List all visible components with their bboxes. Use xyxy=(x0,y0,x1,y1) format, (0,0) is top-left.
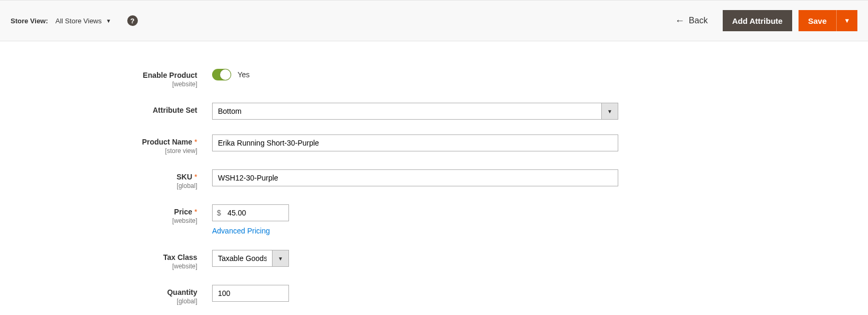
row-sku: SKU* [global] xyxy=(0,169,868,190)
caret-down-icon: ▼ xyxy=(607,109,612,114)
caret-down-icon: ▼ xyxy=(844,17,851,24)
row-quantity: Quantity [global] xyxy=(0,285,868,305)
label-col: Enable Product [website] xyxy=(0,68,212,88)
tax-class-label: Tax Class xyxy=(0,253,197,262)
price-input-wrap: $ xyxy=(212,204,289,221)
field-col xyxy=(212,169,618,186)
label-col: Quantity [global] xyxy=(0,285,212,305)
field-col xyxy=(212,285,618,302)
field-col xyxy=(212,134,618,151)
save-options-toggle[interactable]: ▼ xyxy=(836,10,857,31)
sku-scope: [global] xyxy=(0,182,197,190)
attribute-set-label: Attribute Set xyxy=(0,106,197,114)
required-icon: * xyxy=(195,173,197,181)
price-scope: [website] xyxy=(0,217,197,224)
field-col: ▼ xyxy=(212,250,618,267)
tax-class-value[interactable] xyxy=(212,250,272,267)
attribute-set-dropdown-toggle[interactable]: ▼ xyxy=(601,103,618,120)
help-icon[interactable]: ? xyxy=(127,15,138,26)
row-tax-class: Tax Class [website] ▼ xyxy=(0,250,868,270)
field-col: $ Advanced Pricing xyxy=(212,204,618,235)
product-form: Enable Product [website] Yes Attribute S… xyxy=(0,41,868,315)
label-col: SKU* [global] xyxy=(0,169,212,190)
tax-class-scope: [website] xyxy=(0,263,197,270)
product-name-label: Product Name* xyxy=(0,138,197,146)
tax-class-dropdown-toggle[interactable]: ▼ xyxy=(272,250,289,267)
label-col: Price* [website] xyxy=(0,204,212,224)
back-label: Back xyxy=(689,16,708,25)
add-attribute-button[interactable]: Add Attribute xyxy=(723,10,792,31)
required-icon: * xyxy=(195,208,197,216)
store-view-switcher[interactable]: All Store Views ▼ xyxy=(56,17,111,25)
caret-down-icon: ▼ xyxy=(106,18,111,24)
enable-product-value: Yes xyxy=(238,70,250,79)
label-col: Attribute Set xyxy=(0,103,212,114)
attribute-set-input[interactable] xyxy=(212,103,601,120)
sku-label-text: SKU xyxy=(177,173,192,181)
sku-label: SKU* xyxy=(0,173,197,181)
row-price: Price* [website] $ Advanced Pricing xyxy=(0,204,868,235)
attribute-set-combo: ▼ xyxy=(212,103,618,120)
price-label: Price* xyxy=(0,208,197,216)
quantity-input[interactable] xyxy=(212,285,289,302)
product-name-label-text: Product Name xyxy=(142,138,192,146)
toggle-knob xyxy=(220,69,231,80)
required-icon: * xyxy=(195,138,197,146)
enable-product-scope: [website] xyxy=(0,80,197,88)
back-button[interactable]: ← Back xyxy=(675,16,708,25)
price-label-text: Price xyxy=(174,208,192,216)
row-attribute-set: Attribute Set ▼ xyxy=(0,103,868,120)
store-view-value: All Store Views xyxy=(56,17,102,25)
page-toolbar: Store View: All Store Views ▼ ? ← Back A… xyxy=(0,0,868,41)
save-button[interactable]: Save xyxy=(799,10,836,31)
quantity-label: Quantity xyxy=(0,288,197,296)
field-col: Yes xyxy=(212,68,618,82)
quantity-scope: [global] xyxy=(0,298,197,305)
field-col: ▼ xyxy=(212,103,618,120)
sku-input[interactable] xyxy=(212,169,618,186)
store-view-label: Store View: xyxy=(11,17,48,25)
product-name-scope: [store view] xyxy=(0,147,197,155)
arrow-left-icon: ← xyxy=(675,16,685,25)
label-col: Tax Class [website] xyxy=(0,250,212,270)
label-col: Product Name* [store view] xyxy=(0,134,212,155)
advanced-pricing-link[interactable]: Advanced Pricing xyxy=(212,227,270,235)
caret-down-icon: ▼ xyxy=(278,256,283,262)
price-input[interactable] xyxy=(212,204,289,221)
tax-class-select: ▼ xyxy=(212,250,289,267)
row-enable-product: Enable Product [website] Yes xyxy=(0,68,868,88)
enable-product-toggle[interactable] xyxy=(212,69,231,80)
row-product-name: Product Name* [store view] xyxy=(0,134,868,155)
enable-product-toggle-wrap: Yes xyxy=(212,68,250,80)
enable-product-label: Enable Product xyxy=(0,71,197,79)
product-name-input[interactable] xyxy=(212,134,618,151)
